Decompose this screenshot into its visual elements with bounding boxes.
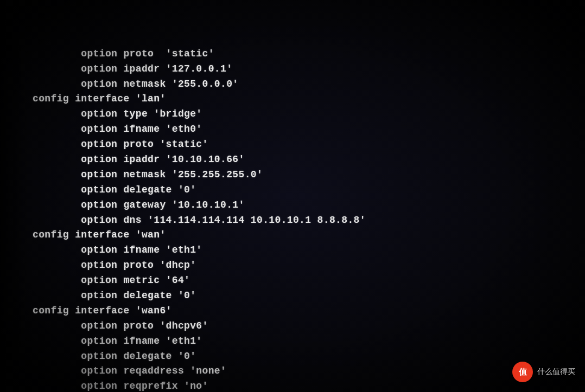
terminal-line: option netmask '255.255.255.0' [33, 168, 366, 183]
terminal-line: option proto 'dhcpv6' [33, 319, 366, 334]
terminal-line: option gateway '10.10.10.1' [33, 198, 366, 213]
terminal-line: option dns '114.114.114.114 10.10.10.1 8… [33, 213, 366, 228]
terminal-line: option delegate '0' [33, 183, 366, 198]
terminal-line: option ifname 'eth0' [33, 122, 366, 137]
terminal-line: option proto 'static' [33, 137, 366, 152]
watermark-text: 什么值得买 [537, 367, 575, 377]
watermark: 值 什么值得买 [512, 362, 575, 382]
terminal-line: option netmask '255.0.0.0' [33, 77, 366, 92]
terminal-line: option ifname 'eth1' [33, 334, 366, 349]
terminal-line: option ifname 'eth1' [33, 243, 366, 258]
terminal-content: option proto 'static' option ipaddr '127… [33, 16, 366, 392]
terminal-line: option metric '64' [33, 273, 366, 288]
terminal-line: option reqprefix 'no' [33, 379, 366, 392]
terminal-line: option proto 'dhcp' [33, 258, 366, 273]
terminal-line: config interface 'wan' [33, 228, 366, 243]
terminal-screen: option proto 'static' option ipaddr '127… [0, 0, 585, 392]
terminal-line: config interface 'lan' [33, 92, 366, 107]
terminal-line: option delegate '0' [33, 288, 366, 304]
terminal-line: option proto 'static' [33, 47, 366, 62]
terminal-line: config interface 'wan6' [33, 304, 366, 319]
terminal-line: option ipaddr '127.0.0.1' [33, 62, 366, 77]
left-shadow [0, 0, 30, 392]
terminal-line: option reqaddress 'none' [33, 364, 366, 379]
terminal-line: option ipaddr '10.10.10.66' [33, 152, 366, 168]
watermark-badge: 值 [512, 362, 533, 382]
terminal-line: option delegate '0' [33, 349, 366, 364]
terminal-line: option type 'bridge' [33, 107, 366, 122]
